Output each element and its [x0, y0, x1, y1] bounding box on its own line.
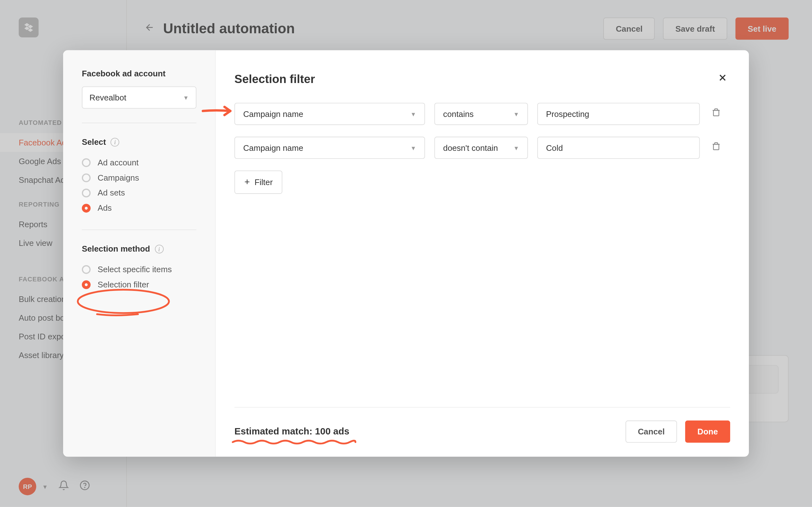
- radio-label: Selection filter: [98, 280, 149, 289]
- info-icon[interactable]: i: [111, 137, 119, 147]
- radio-campaigns[interactable]: Campaigns: [82, 170, 196, 185]
- filter-operator-select[interactable]: doesn't contain ▼: [434, 136, 528, 159]
- estimated-match-text: Estimated match: 100 ads: [235, 426, 349, 437]
- radio-ads[interactable]: Ads: [82, 200, 196, 216]
- select-level-label: Select: [82, 137, 106, 147]
- chevron-down-icon: ▼: [513, 145, 519, 151]
- radio-icon: [82, 188, 91, 197]
- modal-done-button[interactable]: Done: [685, 420, 730, 443]
- radio-label: Campaigns: [98, 173, 139, 182]
- selection-method-label: Selection method: [82, 244, 150, 253]
- trash-icon: [711, 108, 721, 117]
- radio-label: Ad account: [98, 158, 139, 167]
- filter-row-1: Campaign name ▼ contains ▼: [235, 103, 730, 125]
- delete-filter-button[interactable]: [709, 140, 723, 156]
- chevron-down-icon: ▼: [513, 111, 519, 117]
- ad-account-select[interactable]: Revealbot ▼: [82, 87, 196, 109]
- filter-operator-value: contains: [443, 109, 473, 118]
- chevron-down-icon: ▼: [410, 111, 416, 117]
- ad-account-label: Facebook ad account: [82, 69, 196, 78]
- radio-label: Select specific items: [98, 265, 172, 274]
- filter-field-select[interactable]: Campaign name ▼: [235, 103, 425, 125]
- filter-row-2: Campaign name ▼ doesn't contain ▼: [235, 136, 730, 159]
- filter-field-select[interactable]: Campaign name ▼: [235, 136, 425, 159]
- close-button[interactable]: [715, 69, 730, 89]
- radio-selection-filter[interactable]: Selection filter: [82, 277, 196, 292]
- add-filter-label: Filter: [254, 177, 272, 187]
- filter-operator-value: doesn't contain: [443, 143, 498, 153]
- modal-title: Selection filter: [235, 72, 315, 86]
- filter-field-value: Campaign name: [243, 109, 303, 118]
- chevron-down-icon: ▼: [410, 145, 416, 151]
- filter-operator-select[interactable]: contains ▼: [434, 103, 528, 125]
- filter-value-input[interactable]: [537, 103, 700, 125]
- radio-label: Ads: [98, 203, 112, 212]
- modal-cancel-button[interactable]: Cancel: [625, 420, 677, 443]
- close-icon: [717, 72, 728, 83]
- radio-icon: [82, 265, 91, 274]
- radio-icon-checked: [82, 204, 91, 212]
- radio-ad-account[interactable]: Ad account: [82, 155, 196, 170]
- radio-icon-checked: [82, 280, 91, 289]
- selection-filter-modal: Facebook ad account Revealbot ▼ Select i…: [63, 50, 749, 457]
- filter-field-value: Campaign name: [243, 143, 303, 153]
- info-icon[interactable]: i: [155, 244, 164, 253]
- filter-value-input[interactable]: [537, 136, 700, 159]
- modal-main: Selection filter Campaign name ▼ contain…: [216, 50, 749, 457]
- radio-label: Ad sets: [98, 188, 125, 197]
- radio-specific-items[interactable]: Select specific items: [82, 262, 196, 277]
- radio-icon: [82, 173, 91, 182]
- modal-sidebar: Facebook ad account Revealbot ▼ Select i…: [63, 50, 216, 457]
- svg-rect-3: [713, 144, 719, 150]
- add-filter-button[interactable]: + Filter: [235, 170, 283, 194]
- trash-icon: [711, 142, 721, 151]
- svg-rect-2: [713, 110, 719, 116]
- chevron-down-icon: ▼: [183, 95, 189, 101]
- plus-icon: +: [244, 177, 250, 187]
- delete-filter-button[interactable]: [709, 106, 723, 122]
- modal-footer: Estimated match: 100 ads Cancel Done: [235, 407, 730, 443]
- ad-account-value: Revealbot: [90, 93, 126, 102]
- radio-icon: [82, 158, 91, 167]
- radio-ad-sets[interactable]: Ad sets: [82, 185, 196, 200]
